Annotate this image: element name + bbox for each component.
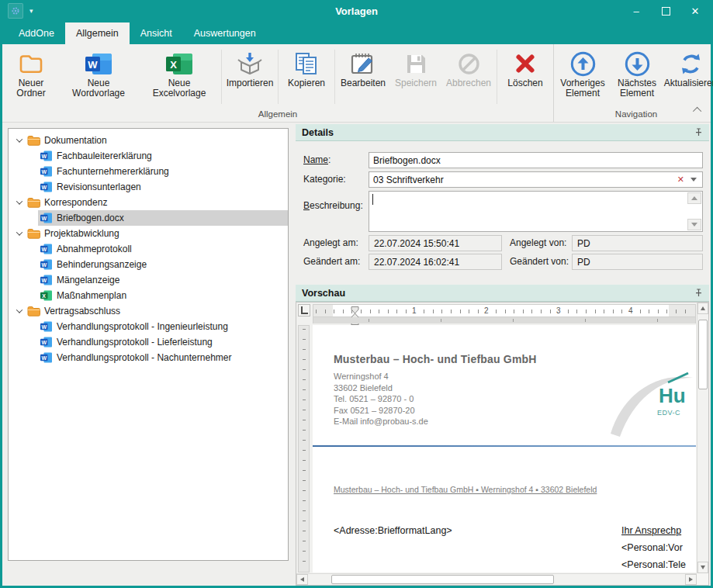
beschreibung-label: Beschreibung: xyxy=(303,200,363,211)
folder-icon xyxy=(27,305,41,317)
neue-wordvorlage-button[interactable]: WNeue Wordvorlage xyxy=(58,47,139,109)
ruler-substrip xyxy=(313,317,696,323)
app-icon[interactable] xyxy=(8,3,23,19)
folder-icon xyxy=(18,49,44,78)
tree-item-verhandlungsprotokoll-ingenieurleistung[interactable]: WVerhandlungsprotokoll - Ingenieurleistu… xyxy=(9,319,288,334)
contact-line: <Personal:Vor xyxy=(621,542,696,559)
tree-item-label: Verhandlungsprotokoll - Lieferleistung xyxy=(54,337,213,348)
tree-item-label: Maßnahmenplan xyxy=(54,290,126,301)
neue-excelvorlage-button[interactable]: XNeue Excelvorlage xyxy=(139,47,220,109)
expander-chevron-down-icon[interactable] xyxy=(13,231,26,236)
pin-icon[interactable] xyxy=(694,289,703,298)
button-label: Abbrechen xyxy=(446,78,491,88)
memo-scroll-up-button[interactable] xyxy=(687,192,701,204)
importieren-button[interactable]: Importieren xyxy=(223,47,276,109)
up-circle-icon xyxy=(569,49,597,78)
tree-folder-korrespondenz[interactable]: Korrespondenz xyxy=(9,195,288,210)
naechstes-element-button[interactable]: Nächstes Element xyxy=(610,47,664,109)
tree-item-label: Fachbauleitererklärung xyxy=(54,150,152,161)
name-input[interactable] xyxy=(369,152,703,168)
tab-addone[interactable]: AddOne xyxy=(8,22,65,44)
quick-access-caret-icon[interactable]: ▾ xyxy=(29,7,33,15)
document-page: Musterbau – Hoch- und Tiefbau GmbH Werni… xyxy=(313,325,696,572)
tree-item-maengelanzeige[interactable]: WMängelanzeige xyxy=(9,272,288,288)
horizontal-scroll-thumb[interactable] xyxy=(331,575,554,584)
ruler-number: 2 xyxy=(483,306,490,315)
horizontal-ruler[interactable]: 1234 xyxy=(313,304,696,317)
abbrechen-button: Abbrechen xyxy=(442,47,495,109)
vorschau-title: Vorschau xyxy=(302,288,694,299)
expander-chevron-down-icon[interactable] xyxy=(13,138,26,143)
tree-item-label: Behinderungsanzeige xyxy=(54,259,147,270)
chevron-down-icon[interactable] xyxy=(691,178,697,182)
name-label: Name: xyxy=(303,154,331,165)
address-placeholder: <Adresse:BriefformatLang> xyxy=(334,525,452,536)
tree-item-fachbauleitererklaerung[interactable]: WFachbauleitererklärung xyxy=(9,148,288,164)
tab-allgemein[interactable]: Allgemein xyxy=(65,22,130,44)
tab-ansicht[interactable]: Ansicht xyxy=(130,22,183,44)
minimize-button[interactable]: – xyxy=(621,0,651,22)
button-label: Vorheriges Element xyxy=(559,78,607,99)
svg-text:W: W xyxy=(41,154,47,159)
scroll-left-button[interactable] xyxy=(296,574,308,585)
tree-item-massnahmenplan[interactable]: XMaßnahmenplan xyxy=(9,288,288,303)
button-label: Speichern xyxy=(395,78,437,88)
close-button[interactable]: ✕ xyxy=(680,0,710,22)
vorheriges-element-button[interactable]: Vorheriges Element xyxy=(556,47,610,109)
expander-chevron-down-icon[interactable] xyxy=(13,200,26,205)
word-file-icon: W xyxy=(40,320,54,333)
kopieren-button[interactable]: Kopieren xyxy=(280,47,333,109)
aktualisieren-button[interactable]: Aktualisieren xyxy=(664,47,713,109)
save-icon xyxy=(404,49,428,78)
ribbon-group-allgemein: Neuer OrdnerWNeue WordvorlageXNeue Excel… xyxy=(4,44,552,122)
vertical-scrollbar[interactable] xyxy=(697,303,708,573)
vertical-ruler[interactable] xyxy=(298,325,310,572)
tree-item-label: Briefbogen.docx xyxy=(54,213,124,223)
angelegt-am-value: 22.07.2024 15:50:41 xyxy=(369,235,502,251)
scroll-down-button[interactable] xyxy=(697,562,708,573)
tab-auswertungen[interactable]: Auswertungen xyxy=(183,22,267,44)
tree-item-label: Abnahmeprotokoll xyxy=(54,244,132,254)
tree-item-briefbogen-docx[interactable]: WBriefbogen.docx xyxy=(9,210,288,226)
beschreibung-textarea[interactable] xyxy=(369,191,703,232)
expander-chevron-down-icon[interactable] xyxy=(13,309,26,313)
ribbon-groups: Neuer OrdnerWNeue WordvorlageXNeue Excel… xyxy=(4,44,713,122)
tree-folder-dokumentation[interactable]: Dokumentation xyxy=(9,133,288,148)
name-label-rest: : xyxy=(328,154,331,165)
tab-stop-selector[interactable] xyxy=(298,304,310,316)
svg-text:W: W xyxy=(41,340,47,345)
tree-item-label: Mängelanzeige xyxy=(54,275,119,285)
ruler-number: 1 xyxy=(410,306,418,315)
kategorie-label: Kategorie: xyxy=(303,174,346,185)
tree-item-label: Vertragsabschluss xyxy=(41,306,120,316)
horizontal-scrollbar[interactable] xyxy=(296,573,697,585)
kategorie-combobox[interactable]: ✕ xyxy=(369,171,703,188)
memo-scroll-down-button[interactable] xyxy=(687,219,701,230)
svg-text:X: X xyxy=(42,293,46,299)
tree-folder-projektabwicklung[interactable]: Projektabwicklung xyxy=(9,226,288,241)
loeschen-button[interactable]: Löschen xyxy=(499,47,552,109)
neuer-ordner-button[interactable]: Neuer Ordner xyxy=(4,47,58,109)
tree-item-revisionsunterlagen[interactable]: WRevisionsunterlagen xyxy=(9,179,288,195)
tree-folder-vertragsabschluss[interactable]: Vertragsabschluss xyxy=(9,303,288,319)
collapse-ribbon-button[interactable] xyxy=(692,105,704,116)
svg-text:W: W xyxy=(41,169,47,175)
tree-item-verhandlungsprotokoll-nachunternehmer[interactable]: WVerhandlungsprotokoll - Nachunternehmer xyxy=(9,350,288,365)
scroll-up-button[interactable] xyxy=(697,303,708,314)
word-file-icon: W xyxy=(40,212,54,224)
bearbeiten-button[interactable]: Bearbeiten xyxy=(337,47,389,109)
clear-x-icon[interactable]: ✕ xyxy=(674,175,691,185)
speichern-button: Speichern xyxy=(389,47,442,109)
tree-item-fachunternehmererklaerung[interactable]: WFachunternehmererklärung xyxy=(9,164,288,179)
pin-icon[interactable] xyxy=(694,128,703,137)
maximize-button[interactable] xyxy=(651,0,680,22)
tree-item-verhandlungsprotokoll-lieferleistung[interactable]: WVerhandlungsprotokoll - Lieferleistung xyxy=(9,334,288,350)
vertical-scroll-thumb[interactable] xyxy=(698,320,708,389)
tree-item-abnahmeprotokoll[interactable]: WAbnahmeprotokoll xyxy=(9,241,288,257)
svg-text:W: W xyxy=(41,355,47,361)
scroll-right-button[interactable] xyxy=(685,574,697,585)
section-separator xyxy=(497,50,497,104)
kategorie-input[interactable] xyxy=(373,175,674,185)
tree-item-behinderungsanzeige[interactable]: WBehinderungsanzeige xyxy=(9,257,288,272)
address-block: Werningshof 433602 BielefeldTel. 0521 – … xyxy=(334,371,428,427)
